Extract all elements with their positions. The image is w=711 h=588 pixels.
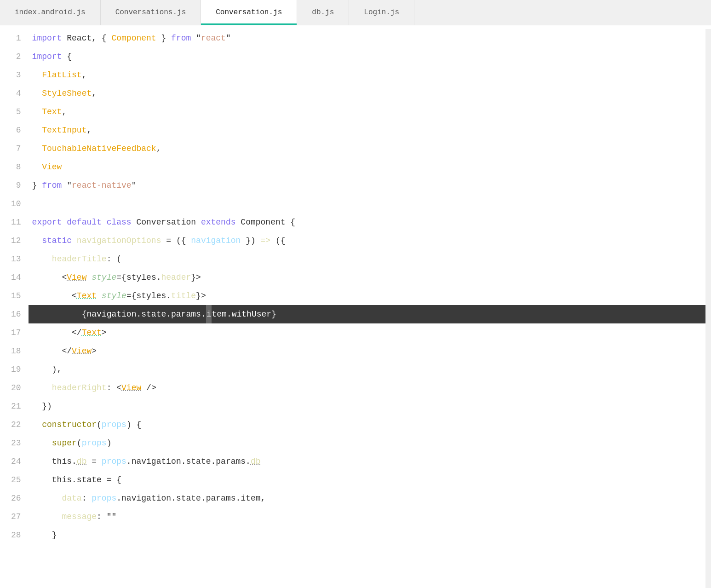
line-num-14: 14 xyxy=(11,268,21,287)
code-line-18: </View> xyxy=(29,342,705,360)
code-line-12: static navigationOptions = ({ navigation… xyxy=(29,231,705,250)
code-line-22: constructor(props) { xyxy=(29,415,705,434)
line-num-15: 15 xyxy=(11,287,21,305)
tab-index-android[interactable]: index.android.js xyxy=(0,0,101,25)
tab-label: Conversation.js xyxy=(216,8,282,17)
line-num-5: 5 xyxy=(11,103,21,121)
code-line-6: TextInput, xyxy=(29,121,705,139)
code-line-24: this.db = props.navigation.state.params.… xyxy=(29,452,705,471)
line-num-17: 17 xyxy=(11,323,21,342)
code-line-11: export default class Conversation extend… xyxy=(29,213,705,231)
code-line-13: headerTitle: ( xyxy=(29,250,705,268)
code-line-14: <View style={styles.header}> xyxy=(29,268,705,287)
line-num-12: 12 xyxy=(11,231,21,250)
tab-label: Login.js xyxy=(364,8,399,17)
code-editor[interactable]: import React, { Component } from "react"… xyxy=(29,29,705,588)
tab-login[interactable]: Login.js xyxy=(349,0,414,25)
line-num-9: 9 xyxy=(11,176,21,195)
line-num-3: 3 xyxy=(11,66,21,84)
code-line-8: View xyxy=(29,158,705,176)
code-line-19: ), xyxy=(29,360,705,379)
line-num-19: 19 xyxy=(11,360,21,379)
line-num-1: 1 xyxy=(11,29,21,47)
code-line-3: FlatList, xyxy=(29,66,705,84)
code-line-21: }) xyxy=(29,397,705,415)
code-line-9: } from "react-native" xyxy=(29,176,705,195)
cls-component: Component xyxy=(111,29,156,47)
line-num-25: 25 xyxy=(11,471,21,489)
tab-label: index.android.js xyxy=(15,8,86,17)
code-line-23: super(props) xyxy=(29,434,705,452)
line-num-11: 11 xyxy=(11,213,21,231)
line-num-13: 13 xyxy=(11,250,21,268)
code-line-7: TouchableNativeFeedback, xyxy=(29,139,705,158)
line-num-27: 27 xyxy=(11,507,21,526)
code-line-20: headerRight: <View /> xyxy=(29,379,705,397)
line-num-4: 4 xyxy=(11,84,21,103)
tab-conversation[interactable]: Conversation.js xyxy=(201,0,297,25)
line-num-26: 26 xyxy=(11,489,21,507)
line-num-21: 21 xyxy=(11,397,21,415)
line-num-24: 24 xyxy=(11,452,21,471)
code-line-1: import React, { Component } from "react" xyxy=(29,29,705,47)
line-num-16: 16 xyxy=(11,305,21,323)
line-num-22: 22 xyxy=(11,415,21,434)
code-line-16: {navigation.state.params.item.withUser} xyxy=(29,305,705,323)
tab-conversations[interactable]: Conversations.js xyxy=(101,0,201,25)
code-line-5: Text, xyxy=(29,103,705,121)
code-line-10 xyxy=(29,195,705,213)
line-num-28: 28 xyxy=(11,526,21,544)
tab-label: db.js xyxy=(312,8,334,17)
code-line-27: message: "" xyxy=(29,507,705,526)
tab-db[interactable]: db.js xyxy=(297,0,349,25)
line-numbers: 1 2 3 4 5 6 7 8 9 10 11 12 13 14 15 16 1… xyxy=(0,29,29,588)
code-line-28: } xyxy=(29,526,705,544)
kw-import: import xyxy=(32,29,67,47)
line-num-2: 2 xyxy=(11,47,21,66)
code-line-4: StyleSheet, xyxy=(29,84,705,103)
scrollbar[interactable] xyxy=(705,29,711,588)
code-line-25: this.state = { xyxy=(29,471,705,489)
tab-bar: index.android.js Conversations.js Conver… xyxy=(0,0,711,25)
code-line-26: data: props.navigation.state.params.item… xyxy=(29,489,705,507)
editor-container: index.android.js Conversations.js Conver… xyxy=(0,0,711,588)
line-num-20: 20 xyxy=(11,379,21,397)
code-area: 1 2 3 4 5 6 7 8 9 10 11 12 13 14 15 16 1… xyxy=(0,25,711,588)
code-line-2: import { xyxy=(29,47,705,66)
line-num-8: 8 xyxy=(11,158,21,176)
code-line-15: <Text style={styles.title}> xyxy=(29,287,705,305)
line-num-23: 23 xyxy=(11,434,21,452)
line-num-10: 10 xyxy=(11,195,21,213)
line-num-18: 18 xyxy=(11,342,21,360)
line-num-6: 6 xyxy=(11,121,21,139)
line-num-7: 7 xyxy=(11,139,21,158)
tab-label: Conversations.js xyxy=(115,8,186,17)
code-line-17: </Text> xyxy=(29,323,705,342)
